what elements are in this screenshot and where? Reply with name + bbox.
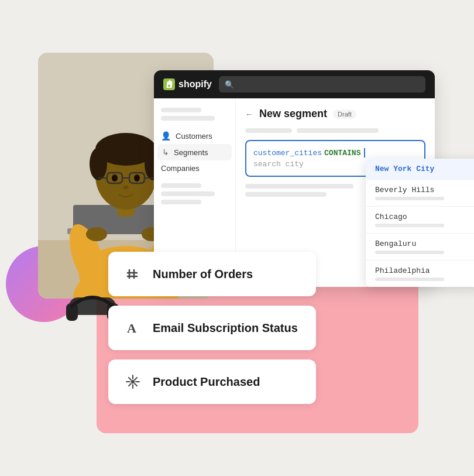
sidebar-item-customers[interactable]: 👤 Customers xyxy=(154,128,235,144)
filter-card-email-subscription[interactable]: A Email Subscription Status xyxy=(108,306,316,350)
number-of-orders-label: Number of Orders xyxy=(153,268,253,281)
main-bottom-placeholder xyxy=(245,184,353,189)
city-label: Philadelphia xyxy=(375,266,430,275)
text-icon: A xyxy=(122,317,143,338)
city-option-philadelphia[interactable]: Philadelphia xyxy=(366,261,474,287)
shopify-logo-text: shopify xyxy=(178,79,212,90)
sidebar-customers-label: Customers xyxy=(176,132,212,141)
shopify-logo-icon xyxy=(163,78,175,90)
code-field: customer_cities xyxy=(253,149,322,157)
city-option-new-york[interactable]: New York City xyxy=(366,159,474,179)
svg-point-17 xyxy=(112,174,118,182)
sidebar-placeholders xyxy=(154,108,235,121)
city-item-decoration xyxy=(375,224,444,227)
city-item-decoration xyxy=(375,278,444,281)
code-placeholder: search city xyxy=(253,160,304,169)
search-icon: 🔍 xyxy=(225,80,234,89)
sidebar-placeholder-line xyxy=(161,191,215,196)
city-option-bengaluru[interactable]: Bengaluru xyxy=(366,234,474,260)
svg-text:A: A xyxy=(127,321,136,335)
sidebar-placeholder-line xyxy=(161,108,201,112)
city-item-decoration xyxy=(375,197,444,200)
filter-cards-container: Number of Orders A Email Subscription St… xyxy=(108,252,316,404)
product-purchased-label: Product Purchased xyxy=(153,375,260,389)
city-label: Chicago xyxy=(375,213,407,221)
sidebar-bottom-placeholders xyxy=(154,176,235,204)
sparkle-icon xyxy=(122,371,143,392)
shopify-logo: shopify xyxy=(163,78,212,90)
svg-line-40 xyxy=(129,383,131,386)
svg-point-18 xyxy=(134,174,140,182)
city-dropdown[interactable]: New York City Beverly Hills Chicago Ben xyxy=(366,159,474,287)
search-bar[interactable]: 🔍 xyxy=(219,76,425,93)
city-option-chicago[interactable]: Chicago xyxy=(366,207,474,233)
hash-icon xyxy=(122,263,143,285)
svg-line-38 xyxy=(135,383,137,386)
main-placeholders xyxy=(245,128,425,133)
placeholder-line xyxy=(297,128,379,133)
sidebar-segments-label: Segments xyxy=(174,148,208,157)
segment-header: ← New segment Draft xyxy=(245,108,425,120)
segment-title: New segment xyxy=(259,108,327,120)
segment-icon: ↳ xyxy=(162,148,169,157)
placeholder-line xyxy=(245,128,292,133)
draft-badge: Draft xyxy=(333,109,356,119)
city-label: Bengaluru xyxy=(375,239,416,248)
filter-card-number-of-orders[interactable]: Number of Orders xyxy=(108,252,316,296)
shopify-topbar: shopify 🔍 xyxy=(154,70,435,98)
filter-card-product-purchased[interactable]: Product Purchased xyxy=(108,359,316,404)
cursor xyxy=(364,148,365,157)
code-operator: CONTAINS xyxy=(324,149,360,157)
sidebar-placeholder-line xyxy=(161,116,215,121)
city-label: Beverly Hills xyxy=(375,186,434,194)
city-option-beverly-hills[interactable]: Beverly Hills xyxy=(366,180,474,206)
sidebar-companies-label: Companies xyxy=(161,164,200,173)
city-item-decoration xyxy=(375,251,444,254)
email-subscription-label: Email Subscription Status xyxy=(153,321,298,335)
person-icon: 👤 xyxy=(161,131,171,141)
svg-line-39 xyxy=(135,378,137,380)
main-bottom-placeholder xyxy=(245,192,327,197)
code-editor[interactable]: customer_cities CONTAINS search city New… xyxy=(245,140,425,177)
svg-point-22 xyxy=(86,227,107,241)
back-arrow-icon[interactable]: ← xyxy=(245,109,253,119)
sidebar-item-companies[interactable]: Companies xyxy=(154,160,235,176)
city-label: New York City xyxy=(375,165,434,173)
svg-point-19 xyxy=(123,186,129,189)
sidebar-item-segments[interactable]: ↳ Segments xyxy=(157,144,232,160)
sidebar-placeholder-line xyxy=(161,183,201,188)
svg-point-32 xyxy=(131,380,135,383)
svg-point-10 xyxy=(90,148,107,180)
sidebar-placeholder-line xyxy=(161,200,201,204)
svg-line-37 xyxy=(129,378,131,380)
